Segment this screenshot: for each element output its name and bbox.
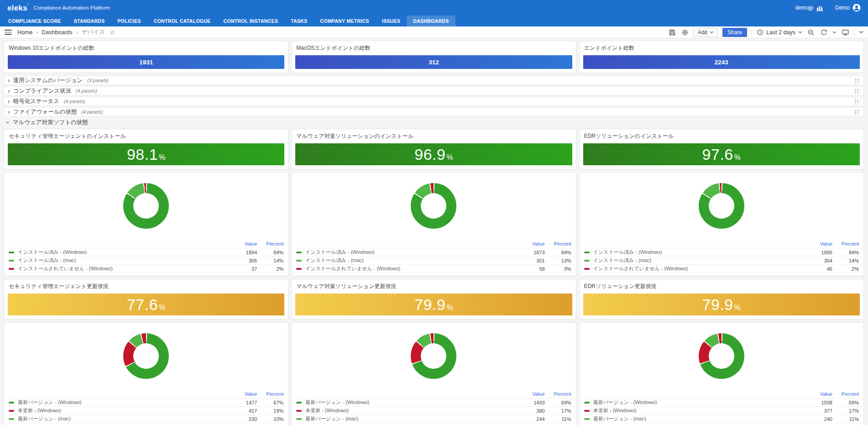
- row-drag-handle[interactable]: [854, 78, 860, 84]
- save-dashboard-icon[interactable]: [668, 28, 676, 37]
- nav-policies[interactable]: POLICIES: [111, 16, 147, 26]
- legend-header-percent[interactable]: Percent: [257, 391, 283, 397]
- panel-title[interactable]: Windows 10エンドポイントの総数: [4, 41, 288, 54]
- row-os-version[interactable]: › 運用システムのバージョン (3 panels): [4, 76, 864, 85]
- series-swatch[interactable]: [584, 418, 590, 420]
- row-drag-handle[interactable]: [854, 109, 860, 115]
- nav-standards[interactable]: STANDARDS: [68, 16, 111, 26]
- donut-chart[interactable]: [699, 333, 744, 379]
- breadcrumb-page-title: デバイス: [82, 28, 105, 36]
- series-swatch[interactable]: [584, 260, 590, 262]
- gauge-value-bar: 98.1%: [8, 143, 284, 165]
- legend-header-value[interactable]: Value: [225, 241, 257, 247]
- nav-company-metrics[interactable]: COMPANY METRICS: [314, 16, 376, 26]
- legend-header-percent[interactable]: Percent: [832, 241, 859, 247]
- series-swatch[interactable]: [296, 402, 302, 404]
- donut-chart[interactable]: [699, 183, 744, 229]
- legend-row: インストールされていません - (Windows) 46 2%: [580, 265, 863, 273]
- add-panel-button[interactable]: Add: [694, 28, 718, 37]
- nav-tasks[interactable]: TASKS: [284, 16, 314, 26]
- pie-panel-antimalware-update: Value Percent 最新バージョン - (Windows) 1493 6…: [291, 322, 576, 425]
- stat-panel-macos: MacOSエンドポイントの総数 312: [291, 41, 576, 73]
- row-firewall-status[interactable]: › ファイアウォールの状態 (4 panels): [4, 107, 864, 116]
- panel-title[interactable]: セキュリティ管理エージェント更新状況: [4, 279, 288, 293]
- nav-control-instances[interactable]: CONTROL INSTANCES: [217, 16, 285, 26]
- legend-header-percent[interactable]: Percent: [832, 391, 859, 397]
- refresh-icon[interactable]: [820, 28, 828, 37]
- breadcrumb-home[interactable]: Home: [17, 29, 32, 36]
- legend-header-value[interactable]: Value: [513, 241, 545, 247]
- legend-row: インストール済み - (Windows) 1885 84%: [580, 248, 863, 257]
- series-swatch[interactable]: [296, 418, 302, 420]
- series-swatch[interactable]: [9, 410, 14, 412]
- panel-title[interactable]: セキュリティ管理エージェントのインストール: [4, 129, 288, 142]
- panel-title[interactable]: EDRソリューション更新状況: [580, 279, 863, 293]
- nav-control-catalogue[interactable]: CONTROL CATALOGUE: [147, 16, 217, 26]
- share-button[interactable]: Share: [722, 28, 747, 37]
- panel-title[interactable]: マルウェア対策ソリューションのインストール: [292, 129, 575, 142]
- pie-legend: Value Percent 最新バージョン - (Windows) 1508 6…: [580, 389, 863, 425]
- legend-header-value[interactable]: Value: [225, 391, 257, 397]
- legend-header-percent[interactable]: Percent: [257, 241, 283, 247]
- panel-title[interactable]: エンドポイント総数: [580, 41, 863, 54]
- series-swatch[interactable]: [584, 252, 590, 253]
- favorite-star-icon[interactable]: ☆: [110, 29, 115, 36]
- panel-title[interactable]: EDRソリューションのインストール: [580, 129, 863, 142]
- row-compliance-status[interactable]: › コンプライアンス状況 (4 panels): [4, 86, 864, 95]
- tv-kiosk-icon[interactable]: [841, 28, 849, 37]
- row-encryption-status[interactable]: › 暗号化ステータス (4 panels): [4, 97, 864, 106]
- user-menu[interactable]: Demo: [835, 4, 861, 12]
- panel-title[interactable]: マルウェア対策ソリューション更新状況: [292, 279, 575, 293]
- zoom-out-time-icon[interactable]: [807, 28, 815, 37]
- app-logo[interactable]: eleks’: [7, 3, 29, 13]
- stat-panel-windows10: Windows 10エンドポイントの総数 1931: [4, 41, 288, 73]
- legend-header-percent[interactable]: Percent: [545, 241, 571, 247]
- legend-row: 最新バージョン - (Windows) 1477 67%: [5, 399, 287, 407]
- breadcrumb-dashboards[interactable]: Dashboards: [42, 29, 72, 36]
- nav-compliance-score[interactable]: COMPLIANCE SCORE: [2, 16, 68, 26]
- series-swatch[interactable]: [296, 268, 302, 270]
- gauge-value-bar: 77.6%: [8, 294, 284, 315]
- refresh-interval-chevron-icon[interactable]: [832, 31, 837, 34]
- chevron-right-icon: ›: [8, 88, 10, 94]
- row-drag-handle[interactable]: [854, 99, 860, 105]
- nav-issues[interactable]: ISSUES: [376, 16, 407, 26]
- toolbar-divider: [752, 29, 752, 36]
- donut-chart[interactable]: [123, 183, 169, 229]
- chevron-down-icon: [798, 31, 802, 34]
- series-swatch[interactable]: [9, 252, 14, 253]
- series-swatch[interactable]: [584, 268, 590, 270]
- gauge-value-bar: 97.6%: [583, 143, 860, 165]
- row-drag-handle[interactable]: [854, 88, 860, 94]
- series-swatch[interactable]: [9, 418, 14, 420]
- dashboard-settings-gear-icon[interactable]: [681, 28, 689, 37]
- time-range-picker[interactable]: Last 2 days: [757, 29, 802, 36]
- org-chart-icon: [816, 5, 823, 11]
- menu-toggle-icon[interactable]: [5, 30, 12, 35]
- nav-dashboards[interactable]: DASHBOARDS: [407, 16, 455, 26]
- series-swatch[interactable]: [584, 402, 590, 404]
- series-swatch[interactable]: [9, 268, 14, 270]
- donut-chart[interactable]: [123, 333, 169, 379]
- donut-chart[interactable]: [411, 183, 456, 229]
- series-swatch[interactable]: [296, 260, 302, 262]
- gauge-panel-security-agent-install: セキュリティ管理エージェントのインストール 98.1%: [4, 129, 288, 169]
- chevron-down-icon: ›: [5, 121, 11, 124]
- panel-title[interactable]: MacOSエンドポイントの総数: [292, 41, 575, 54]
- stat-value-bar: 1931: [8, 55, 284, 69]
- series-swatch[interactable]: [296, 252, 302, 253]
- donut-chart[interactable]: [411, 333, 456, 379]
- chevron-right-icon: ›: [8, 109, 10, 115]
- collapse-toolbar-chevron-icon[interactable]: [859, 31, 863, 34]
- series-swatch[interactable]: [584, 410, 590, 412]
- org-switcher[interactable]: demojp: [795, 5, 823, 11]
- series-swatch[interactable]: [9, 402, 14, 404]
- row-antimalware-status[interactable]: › マルウェア対策ソフトの状態: [4, 118, 864, 127]
- series-swatch[interactable]: [296, 410, 302, 412]
- legend-header-value[interactable]: Value: [513, 391, 545, 397]
- org-name: demojp: [795, 5, 813, 11]
- series-swatch[interactable]: [9, 260, 14, 262]
- legend-header-percent[interactable]: Percent: [545, 391, 571, 397]
- legend-header-value[interactable]: Value: [800, 241, 832, 247]
- legend-header-value[interactable]: Value: [800, 391, 832, 397]
